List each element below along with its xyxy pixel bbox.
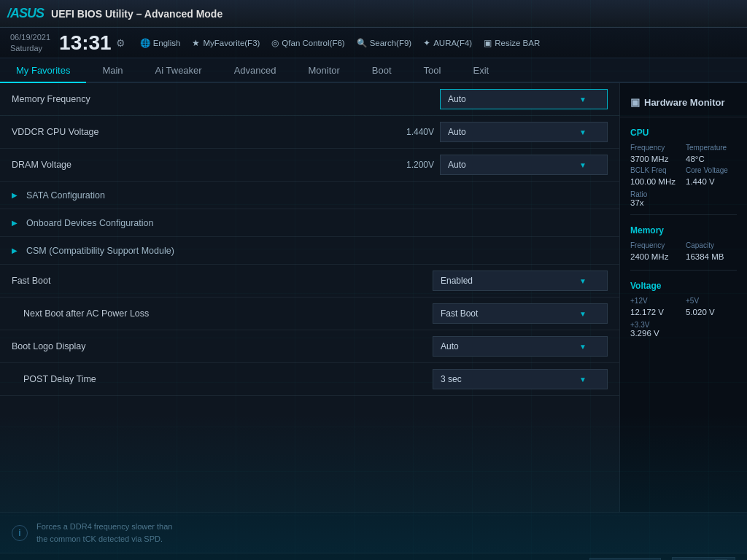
cpu-temp-value: 48°C	[686, 155, 737, 163]
cpu-freq-value: 3700 MHz	[630, 155, 681, 163]
onboard-devices-row[interactable]: ▶ Onboard Devices Configuration	[0, 209, 619, 237]
next-boot-label: Next Boot after AC Power Loss	[12, 308, 433, 319]
app-title: UEFI BIOS Utility – Advanced Mode	[51, 8, 740, 20]
ez-mode-button[interactable]: EzMode(F7) →	[589, 558, 661, 561]
vddcr-cpu-voltage-row: VDDCR CPU Voltage 1.440V Auto ▼	[0, 116, 619, 149]
chevron-down-icon: ▼	[579, 277, 587, 285]
tab-boot[interactable]: Boot	[356, 58, 408, 83]
resizebar-icon: ▣	[484, 38, 492, 48]
footer: Version 2.20.1271. Copyright (C) 2021 Am…	[0, 553, 747, 560]
memory-data-grid: Frequency Capacity 2400 MHz 16384 MB	[620, 238, 747, 264]
vddcr-voltage-display: 1.440V	[394, 127, 434, 137]
aura-label: AURA(F4)	[433, 39, 472, 47]
chevron-down-icon: ▼	[579, 310, 587, 318]
next-boot-row: Next Boot after AC Power Loss Fast Boot …	[0, 298, 619, 330]
mem-capacity-label: Capacity	[686, 241, 737, 249]
core-voltage-label: Core Voltage	[686, 166, 737, 174]
content-area: Memory Frequency Auto ▼ VDDCR CPU Voltag…	[0, 83, 619, 512]
post-delay-dropdown[interactable]: 3 sec ▼	[433, 369, 608, 389]
fast-boot-label: Fast Boot	[12, 276, 433, 286]
fast-boot-dropdown[interactable]: Enabled ▼	[433, 271, 608, 291]
date-display: 06/19/2021 Saturday	[10, 32, 50, 53]
memory-frequency-value-group: Auto ▼	[440, 89, 608, 109]
footer-actions: Last Modified | EzMode(F7) → | Hot Keys …	[531, 557, 735, 561]
fan-icon: ◎	[271, 38, 279, 48]
memory-voltage-divider	[630, 270, 737, 271]
language-label: English	[153, 39, 181, 47]
monitor-icon: ▣	[630, 96, 640, 108]
onboard-devices-label: ▶ Onboard Devices Configuration	[12, 218, 608, 228]
nav-bar: My Favorites Main Ai Tweaker Advanced Mo…	[0, 58, 747, 83]
dram-label: DRAM Voltage	[12, 160, 394, 170]
search-icon: 🔍	[357, 38, 367, 48]
tab-ai-tweaker[interactable]: Ai Tweaker	[139, 58, 218, 83]
dram-value-group: 1.200V Auto ▼	[394, 155, 608, 175]
tab-exit[interactable]: Exit	[457, 58, 505, 83]
dram-voltage-row: DRAM Voltage 1.200V Auto ▼	[0, 149, 619, 182]
language-tool[interactable]: 🌐 English	[140, 38, 181, 48]
bclk-freq-value: 100.00 MHz	[630, 177, 681, 186]
chevron-down-icon: ▼	[579, 128, 587, 136]
v33-row: +3.3V 3.296 V	[620, 319, 747, 339]
resizebar-tool[interactable]: ▣ Resize BAR	[484, 38, 540, 48]
v5-label: +5V	[686, 297, 737, 305]
search-label: Search(F9)	[370, 39, 412, 47]
hw-monitor-title: Hardware Monitor	[644, 97, 725, 108]
mem-freq-label: Frequency	[630, 241, 681, 249]
clock-display: 13:31	[59, 31, 112, 55]
aura-tool[interactable]: ✦ AURA(F4)	[423, 38, 472, 48]
vddcr-dropdown[interactable]: Auto ▼	[440, 122, 608, 142]
myfavorite-label: MyFavorite(F3)	[203, 39, 260, 47]
vddcr-label: VDDCR CPU Voltage	[12, 127, 394, 137]
cpu-freq-label: Frequency	[630, 144, 681, 152]
qfan-tool[interactable]: ◎ Qfan Control(F6)	[271, 38, 344, 48]
core-voltage-value: 1.440 V	[686, 177, 737, 186]
tab-my-favorites[interactable]: My Favorites	[0, 58, 86, 83]
chevron-down-icon: ▼	[579, 376, 587, 384]
dram-dropdown[interactable]: Auto ▼	[440, 155, 608, 175]
sata-config-row[interactable]: ▶ SATA Configuration	[0, 182, 619, 209]
post-delay-label: POST Delay Time	[12, 374, 433, 384]
next-boot-dropdown[interactable]: Fast Boot ▼	[433, 303, 608, 324]
csm-label: ▶ CSM (Compatibility Support Module)	[12, 246, 608, 256]
v12-label: +12V	[630, 297, 681, 305]
tab-tool[interactable]: Tool	[408, 58, 457, 83]
boot-logo-dropdown[interactable]: Auto ▼	[433, 336, 608, 357]
info-line2: the common tCK detected via SPD.	[36, 533, 172, 545]
dram-voltage-display: 1.200V	[394, 160, 434, 170]
expand-arrow-icon: ▶	[12, 246, 18, 254]
ratio-label: Ratio	[630, 190, 737, 198]
header-tools: 🌐 English ★ MyFavorite(F3) ◎ Qfan Contro…	[140, 38, 541, 48]
qfan-label: Qfan Control(F6)	[282, 39, 344, 47]
clock-settings-icon[interactable]: ⚙	[116, 37, 125, 49]
chevron-down-icon: ▼	[579, 343, 587, 351]
tab-main[interactable]: Main	[86, 58, 139, 83]
myfavorite-tool[interactable]: ★ MyFavorite(F3)	[192, 38, 260, 48]
search-tool[interactable]: 🔍 Search(F9)	[357, 38, 412, 48]
v5-value: 5.020 V	[686, 308, 737, 316]
aura-icon: ✦	[423, 38, 430, 48]
main-layout: Memory Frequency Auto ▼ VDDCR CPU Voltag…	[0, 83, 747, 512]
tab-monitor[interactable]: Monitor	[293, 58, 356, 83]
language-icon: 🌐	[140, 38, 150, 48]
memory-frequency-row: Memory Frequency Auto ▼	[0, 83, 619, 116]
cpu-ratio-row: Ratio 37x	[620, 189, 747, 209]
info-text: Forces a DDR4 frequency slower than the …	[36, 521, 172, 545]
hot-keys-button[interactable]: Hot Keys ?	[672, 557, 735, 561]
info-bar: i Forces a DDR4 frequency slower than th…	[0, 512, 747, 553]
info-icon: i	[12, 525, 28, 541]
header-bar: /ASUS UEFI BIOS Utility – Advanced Mode	[0, 0, 747, 28]
bclk-freq-label: BCLK Freq	[630, 166, 681, 174]
chevron-down-icon: ▼	[579, 96, 587, 104]
csm-row[interactable]: ▶ CSM (Compatibility Support Module)	[0, 237, 619, 265]
asus-logo: /ASUS	[7, 6, 44, 21]
tab-advanced[interactable]: Advanced	[218, 58, 293, 83]
v12-value: 12.172 V	[630, 308, 681, 316]
post-delay-row: POST Delay Time 3 sec ▼	[0, 363, 619, 396]
ratio-value: 37x	[630, 198, 737, 207]
memory-frequency-dropdown[interactable]: Auto ▼	[440, 89, 608, 109]
datetime-tools-bar: 06/19/2021 Saturday 13:31 ⚙ 🌐 English ★ …	[0, 28, 747, 58]
info-line1: Forces a DDR4 frequency slower than	[36, 521, 172, 533]
mem-freq-value: 2400 MHz	[630, 252, 681, 261]
fast-boot-row: Fast Boot Enabled ▼	[0, 265, 619, 298]
